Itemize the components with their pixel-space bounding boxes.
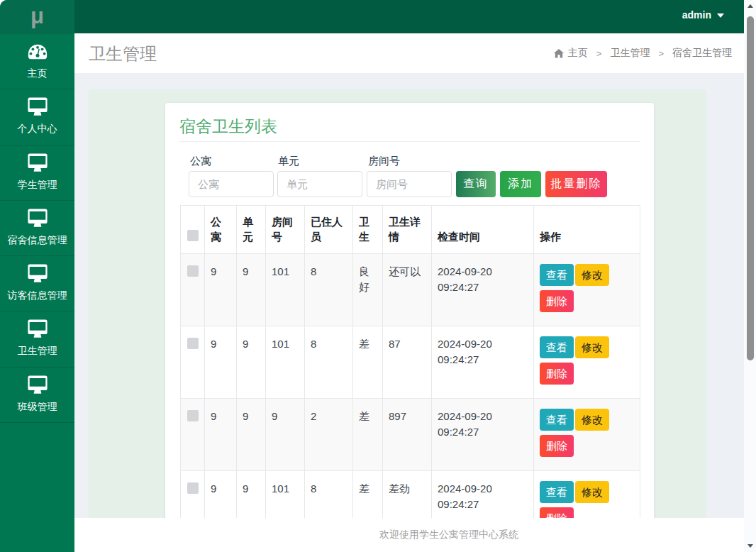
unit-input[interactable] (277, 171, 362, 197)
sidebar-item-label: 宿舍信息管理 (8, 235, 67, 245)
add-button[interactable]: 添加 (500, 171, 541, 197)
nav-item-icon (28, 375, 48, 395)
column-header: 卫生 (353, 206, 383, 254)
table-cell: 差 (353, 326, 383, 399)
column-header: 操作 (534, 206, 640, 254)
view-button[interactable]: 查看 (540, 336, 574, 358)
sidebar-nav: 主页 个人中心 学生管理 宿舍信息管理 访客信息管理 卫生管理 班级管理 (0, 34, 74, 423)
scroll-down-button[interactable] (744, 540, 756, 552)
caret-down-icon (717, 13, 724, 18)
list-card: 宿舍卫生列表 公寓 单元 房间号 查询 添加 批量删除 (165, 103, 654, 552)
table-cell: 良好 (353, 254, 383, 326)
vertical-scrollbar[interactable] (744, 0, 756, 552)
select-all-header (181, 206, 205, 254)
row-checkbox[interactable] (187, 338, 199, 349)
page-title: 卫生管理 (89, 44, 157, 64)
row-checkbox[interactable] (187, 410, 199, 421)
apartment-input[interactable] (189, 171, 274, 197)
breadcrumb-separator: > (658, 48, 664, 59)
table-cell: 9 (205, 399, 237, 471)
sidebar-item-dorm-info[interactable]: 宿舍信息管理 (0, 201, 74, 256)
table-cell: 9 (266, 399, 305, 471)
table-cell: 2024-09-20 09:24:27 (432, 326, 534, 399)
room-input[interactable] (367, 171, 452, 197)
table-cell: 9 (237, 254, 266, 326)
card-title: 宿舍卫生列表 (179, 103, 640, 136)
topbar: admin (74, 0, 744, 33)
breadcrumb-separator: > (596, 48, 602, 59)
content-panel: 宿舍卫生列表 公寓 单元 房间号 查询 添加 批量删除 (89, 89, 706, 552)
hygiene-table: 公寓单元房间号已住人员卫生卫生详情检查时间操作 991018良好还可以2024-… (180, 205, 640, 543)
speedometer-icon (28, 44, 48, 60)
arrow-down-icon (747, 544, 753, 548)
table-cell: 2024-09-20 09:24:27 (432, 399, 534, 471)
table-body: 991018良好还可以2024-09-20 09:24:27查看修改 删除991… (181, 254, 640, 543)
table-cell: 101 (266, 254, 305, 326)
delete-button[interactable]: 删除 (540, 363, 574, 385)
table-cell: 8 (305, 326, 353, 399)
edit-button[interactable]: 修改 (575, 336, 609, 358)
breadcrumb-current: 宿舍卫生管理 (672, 47, 732, 60)
sidebar-item-home[interactable]: 主页 (0, 34, 74, 89)
user-menu[interactable]: admin (682, 0, 724, 33)
edit-button[interactable]: 修改 (575, 409, 609, 431)
column-header: 公寓 (205, 206, 237, 254)
column-header: 已住人员 (305, 206, 353, 254)
table-cell: 9 (237, 399, 266, 471)
nav-item-icon (28, 97, 48, 117)
table-cell: 9 (205, 254, 237, 326)
arrow-up-icon (747, 4, 753, 8)
edit-button[interactable]: 修改 (575, 264, 609, 286)
row-select-cell (181, 399, 205, 471)
edit-button[interactable]: 修改 (575, 481, 609, 503)
desktop-icon (28, 97, 48, 116)
sidebar-item-visitors[interactable]: 访客信息管理 (0, 256, 74, 311)
user-name: admin (682, 9, 711, 21)
row-checkbox[interactable] (187, 265, 199, 277)
sidebar-item-label: 学生管理 (18, 180, 57, 189)
scrollbar-thumb[interactable] (747, 16, 754, 360)
column-header: 单元 (237, 206, 266, 254)
content-header: 卫生管理 主页 > 卫生管理 > 宿舍卫生管理 (74, 33, 744, 73)
sidebar-item-classes[interactable]: 班级管理 (0, 368, 74, 423)
sidebar-item-label: 班级管理 (18, 402, 57, 412)
room-label: 房间号 (368, 155, 400, 167)
view-button[interactable]: 查看 (540, 264, 574, 286)
sidebar-item-label: 主页 (28, 68, 48, 78)
table-cell: 差 (353, 399, 383, 471)
sidebar-item-profile[interactable]: 个人中心 (0, 89, 74, 145)
select-all-checkbox[interactable] (187, 230, 199, 241)
batch-delete-button[interactable]: 批量删除 (545, 171, 607, 197)
delete-button[interactable]: 删除 (540, 435, 574, 457)
breadcrumb-home[interactable]: 主页 (568, 47, 588, 60)
view-button[interactable]: 查看 (540, 481, 574, 503)
view-button[interactable]: 查看 (540, 409, 574, 431)
row-actions-cell: 查看修改 删除 (534, 326, 640, 399)
nav-item-icon (28, 209, 48, 228)
desktop-icon (28, 264, 48, 282)
breadcrumb-section[interactable]: 卫生管理 (610, 47, 650, 60)
table-row: 991018良好还可以2024-09-20 09:24:27查看修改 删除 (181, 254, 640, 326)
row-actions-cell: 查看修改 删除 (534, 254, 640, 326)
sidebar-item-label: 卫生管理 (18, 346, 57, 355)
table-cell: 2024-09-20 09:24:27 (432, 254, 534, 326)
column-header: 检查时间 (432, 206, 534, 254)
home-icon (554, 49, 564, 58)
desktop-icon (28, 209, 48, 227)
row-checkbox[interactable] (187, 482, 199, 494)
app-logo: μ (0, 0, 74, 34)
desktop-icon (28, 375, 48, 394)
sidebar-item-students[interactable]: 学生管理 (0, 145, 74, 201)
table-cell: 9 (237, 326, 266, 399)
scroll-up-button[interactable] (744, 0, 756, 12)
unit-label: 单元 (278, 155, 299, 167)
sidebar-item-hygiene[interactable]: 卫生管理 (0, 311, 74, 367)
column-header: 房间号 (266, 206, 305, 254)
delete-button[interactable]: 删除 (540, 290, 574, 312)
column-header: 卫生详情 (383, 206, 432, 254)
table-row: 9992差8972024-09-20 09:24:27查看修改 删除 (181, 399, 640, 471)
row-select-cell (181, 326, 205, 399)
sidebar: μ 主页 个人中心 学生管理 宿舍信息管理 访客信息管理 卫生管理 班级管理 (0, 0, 74, 552)
table-cell: 8 (305, 254, 353, 326)
query-button[interactable]: 查询 (456, 171, 496, 197)
